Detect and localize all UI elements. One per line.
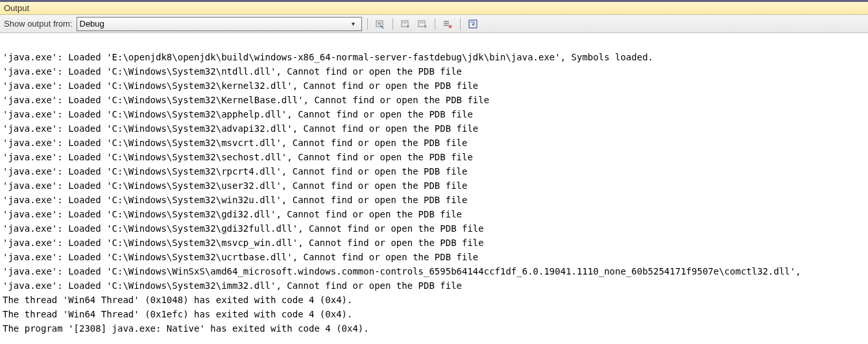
dropdown-selected-text: Debug: [80, 19, 348, 29]
previous-button[interactable]: [398, 17, 413, 31]
output-line: 'java.exe': Loaded 'C:\Windows\System32\…: [3, 136, 865, 150]
show-output-from-label: Show output from:: [4, 19, 73, 29]
svg-rect-5: [418, 21, 425, 27]
output-line: The thread 'Win64 Thread' (0x1048) has e…: [3, 293, 865, 307]
output-line: 'java.exe': Loaded 'E:\openjdk8\openjdk\…: [3, 50, 865, 64]
output-panel-title: Output: [0, 2, 868, 15]
chevron-down-icon: ▾: [348, 20, 359, 27]
output-text-area[interactable]: 'java.exe': Loaded 'E:\openjdk8\openjdk\…: [0, 33, 868, 344]
output-line: 'java.exe': Loaded 'C:\Windows\System32\…: [3, 236, 865, 250]
output-line: 'java.exe': Loaded 'C:\Windows\System32\…: [3, 250, 865, 264]
toggle-word-wrap-button[interactable]: [466, 17, 480, 31]
clear-all-button[interactable]: [440, 17, 455, 31]
output-source-dropdown[interactable]: Debug ▾: [77, 17, 362, 31]
output-line: 'java.exe': Loaded 'C:\Windows\WinSxS\am…: [3, 264, 865, 278]
panel-title-text: Output: [4, 3, 29, 13]
toolbar-separator: [435, 18, 435, 30]
output-line: 'java.exe': Loaded 'C:\Windows\System32\…: [3, 278, 865, 293]
output-line: 'java.exe': Loaded 'C:\Windows\System32\…: [3, 178, 865, 193]
clear-all-icon: [442, 19, 453, 29]
output-line: 'java.exe': Loaded 'C:\Windows\System32\…: [3, 221, 865, 236]
output-line: 'java.exe': Loaded 'C:\Windows\System32\…: [3, 164, 865, 178]
toolbar-separator: [392, 18, 393, 30]
next-button[interactable]: [415, 17, 429, 31]
find-message-icon: [375, 19, 385, 29]
output-line: 'java.exe': Loaded 'C:\Windows\System32\…: [3, 193, 865, 207]
output-line: 'java.exe': Loaded 'C:\Windows\System32\…: [3, 207, 865, 221]
svg-rect-3: [402, 21, 408, 27]
output-line: 'java.exe': Loaded 'C:\Windows\System32\…: [3, 121, 865, 136]
output-line: 'java.exe': Loaded 'C:\Windows\System32\…: [3, 93, 865, 107]
find-previous-icon: [400, 19, 411, 29]
output-line: The thread 'Win64 Thread' (0x1efc) has e…: [3, 307, 865, 321]
output-line: 'java.exe': Loaded 'C:\Windows\System32\…: [3, 107, 865, 121]
output-line: The program '[2308] java.exe: Native' ha…: [3, 321, 865, 336]
word-wrap-icon: [468, 19, 478, 29]
output-line: 'java.exe': Loaded 'C:\Windows\System32\…: [3, 150, 865, 164]
output-toolbar: Show output from: Debug ▾: [0, 15, 868, 33]
find-button[interactable]: [373, 17, 387, 31]
toolbar-separator: [367, 18, 368, 30]
find-next-icon: [417, 19, 428, 29]
output-line: 'java.exe': Loaded 'C:\Windows\System32\…: [3, 64, 865, 79]
toolbar-separator: [460, 18, 461, 30]
output-line: 'java.exe': Loaded 'C:\Windows\System32\…: [3, 79, 865, 93]
